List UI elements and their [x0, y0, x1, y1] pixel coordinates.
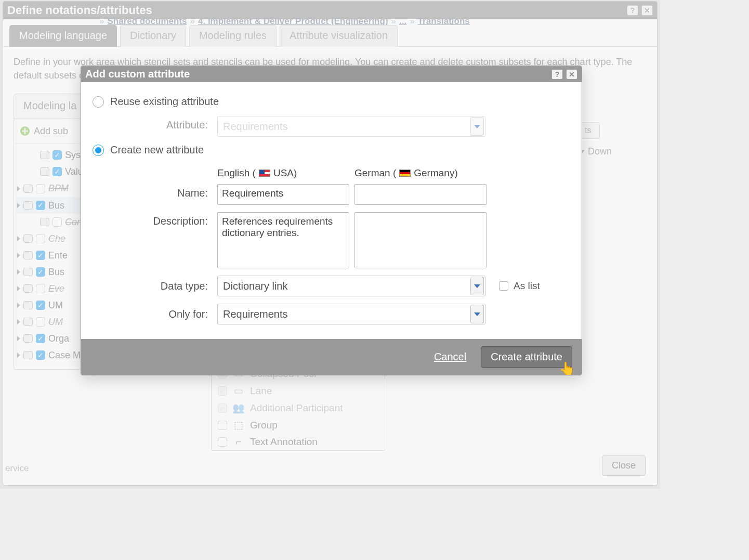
desc-label: Description:	[93, 212, 217, 227]
radio-create-label: Create new attribute	[110, 144, 204, 156]
radio-reuse[interactable]	[93, 96, 104, 108]
name-en-input[interactable]: Requirements	[217, 184, 349, 205]
add-attribute-modal: Add custom attribute ? ✕ Reuse existing …	[81, 66, 582, 375]
flag-de-icon	[399, 170, 411, 177]
aslist-checkbox[interactable]	[499, 281, 508, 291]
desc-de-input[interactable]	[354, 212, 487, 268]
datatype-label: Data type:	[93, 280, 217, 292]
modal-close-icon[interactable]: ✕	[566, 69, 577, 80]
onlyfor-label: Only for:	[93, 308, 217, 320]
cursor-icon: 👆	[559, 361, 575, 375]
create-attribute-button[interactable]: Create attribute 👆	[481, 346, 572, 368]
desc-en-input[interactable]: References requirements dictionary entri…	[217, 212, 349, 268]
chevron-down-icon	[474, 284, 480, 288]
attribute-label: Attribute:	[93, 116, 217, 131]
modal-title: Add custom attribute	[85, 68, 190, 80]
onlyfor-value: Requirements	[223, 308, 288, 320]
attribute-placeholder: Requirements	[223, 121, 288, 133]
radio-reuse-label: Reuse existing attribute	[110, 96, 219, 108]
chevron-down-icon	[474, 312, 480, 316]
onlyfor-combo[interactable]: Requirements	[217, 304, 485, 324]
lang-col-de: German ( Germany)	[354, 167, 487, 179]
chevron-down-icon	[474, 125, 480, 128]
radio-create[interactable]	[93, 145, 104, 156]
datatype-combo[interactable]: Dictionary link	[217, 276, 485, 296]
aslist-label: As list	[514, 280, 540, 292]
cancel-button[interactable]: Cancel	[433, 349, 467, 365]
flag-us-icon	[259, 170, 270, 177]
modal-help-icon[interactable]: ?	[551, 69, 563, 80]
datatype-value: Dictionary link	[223, 280, 287, 292]
name-de-input[interactable]	[354, 184, 487, 205]
name-label: Name:	[93, 184, 217, 199]
lang-col-en: English ( USA)	[217, 167, 349, 179]
attribute-combo: Requirements	[217, 116, 485, 137]
